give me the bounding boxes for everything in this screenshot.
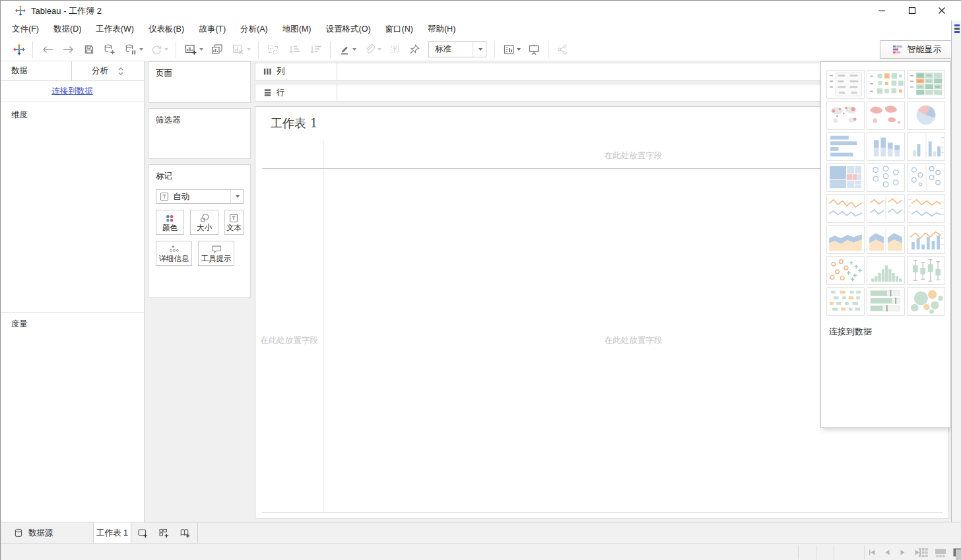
menu-story[interactable]: 故事(T) (191, 20, 233, 38)
clear-sheet-icon (231, 43, 246, 56)
showme-lines-continuous[interactable] (826, 194, 865, 223)
menu-help[interactable]: 帮助(H) (420, 20, 463, 38)
swap-rows-columns-button[interactable] (263, 40, 284, 59)
showme-bullet-graph[interactable] (867, 287, 905, 316)
menu-format[interactable]: 设置格式(O) (319, 20, 378, 38)
run-auto-updates-button[interactable] (147, 40, 172, 59)
showme-box-and-whisker[interactable] (907, 256, 945, 285)
tab-analytics[interactable]: 分析 (72, 61, 144, 80)
right-edge-collapsed-tab[interactable] (951, 20, 961, 543)
showme-dual-combination[interactable] (907, 225, 945, 254)
detail-label: 详细信息 (159, 255, 189, 263)
showme-packed-bubbles[interactable] (907, 287, 945, 316)
menu-data[interactable]: 数据(D) (46, 20, 88, 38)
format-painter-caret-icon[interactable] (378, 48, 381, 51)
new-worksheet-button[interactable] (180, 40, 207, 59)
rows-shelf-label: 行 (255, 84, 337, 101)
detail-button[interactable]: 详细信息 (156, 241, 192, 266)
new-worksheet-caret-icon[interactable] (199, 48, 203, 51)
tab-data[interactable]: 数据 (1, 61, 72, 80)
new-story-tab-button[interactable] (174, 522, 195, 544)
pages-card[interactable]: 页面 (149, 61, 251, 103)
showme-treemap[interactable] (826, 163, 865, 192)
showme-gantt[interactable] (826, 287, 865, 316)
showme-histogram[interactable] (867, 256, 905, 285)
showme-circle-views[interactable] (867, 163, 905, 192)
tooltip-icon (211, 243, 222, 255)
showme-lines-discrete[interactable] (867, 194, 905, 223)
showme-symbol-map[interactable] (826, 101, 865, 130)
showme-highlight-table[interactable] (907, 70, 945, 99)
save-button[interactable] (79, 40, 99, 59)
pause-auto-updates-caret-icon[interactable] (139, 48, 143, 51)
pause-auto-updates-button[interactable] (120, 40, 147, 59)
minimize-button[interactable] (871, 1, 893, 20)
showme-pie-chart[interactable] (907, 101, 945, 130)
showme-heat-map[interactable] (867, 70, 905, 99)
menu-dashboard[interactable]: 仪表板(B) (141, 20, 191, 38)
sort-ascending-button[interactable] (284, 40, 305, 59)
menu-worksheet[interactable]: 工作表(W) (88, 20, 141, 38)
filters-card[interactable]: 筛选器 (149, 108, 251, 159)
highlight-caret-icon[interactable] (352, 48, 356, 51)
run-auto-updates-caret-icon[interactable] (164, 48, 168, 51)
duplicate-sheet-button[interactable] (207, 40, 228, 59)
filmstrip-button[interactable] (935, 547, 946, 558)
next-mark-button[interactable] (899, 549, 906, 556)
menu-file[interactable]: 文件(F) (5, 20, 46, 38)
undo-button[interactable] (37, 40, 58, 59)
first-mark-button[interactable] (869, 549, 876, 556)
menu-window[interactable]: 窗口(N) (378, 20, 420, 38)
color-button[interactable]: 颜色 (156, 210, 184, 235)
fix-axes-button[interactable] (405, 40, 424, 59)
size-button[interactable]: 大小 (190, 210, 218, 235)
new-dashboard-tab-button[interactable] (153, 522, 174, 544)
format-painter-button[interactable] (360, 40, 385, 59)
fit-view-select[interactable]: 标准 (428, 41, 486, 57)
datasource-tab[interactable]: 数据源 (9, 522, 59, 544)
show-mark-labels-button[interactable] (385, 40, 405, 59)
sheet-title[interactable]: 工作表 1 (271, 115, 317, 131)
presentation-mode-button[interactable] (524, 40, 544, 59)
menu-map[interactable]: 地图(M) (275, 20, 319, 38)
maximize-button[interactable] (901, 1, 923, 20)
showme-area-continuous[interactable] (826, 225, 865, 254)
tableau-logo-button[interactable] (10, 40, 28, 59)
clear-sheet-button[interactable] (228, 40, 254, 59)
show-me-button[interactable]: 智能显示 (880, 40, 954, 59)
new-data-source-button[interactable] (99, 40, 120, 59)
show-hide-cards-caret-icon[interactable] (517, 48, 521, 51)
clear-sheet-caret-icon[interactable] (247, 48, 251, 51)
updown-arrows-icon (117, 67, 124, 76)
color-icon (164, 212, 175, 224)
new-worksheet-tab-button[interactable] (132, 522, 153, 544)
resize-grip[interactable] (956, 549, 961, 560)
previous-mark-button[interactable] (884, 549, 891, 556)
menu-analysis[interactable]: 分析(A) (233, 20, 275, 38)
showme-horizontal-bars[interactable] (826, 132, 865, 161)
showme-area-discrete[interactable] (867, 225, 905, 254)
redo-button[interactable] (58, 40, 79, 59)
showme-text-table[interactable] (826, 70, 865, 99)
showme-side-by-side-circles[interactable] (907, 163, 945, 192)
mark-type-select[interactable]: 自动 (156, 189, 244, 204)
close-button[interactable] (931, 1, 953, 20)
show-hide-cards-button[interactable] (499, 40, 524, 59)
showme-side-by-side-bars[interactable] (907, 132, 945, 161)
sheet-sorter-button[interactable] (918, 547, 929, 558)
text-button[interactable]: 文本 (224, 210, 244, 235)
showme-stacked-bars[interactable] (867, 132, 905, 161)
share-button[interactable] (552, 40, 572, 59)
mark-type-dropdown[interactable] (230, 190, 243, 203)
divider (834, 545, 834, 559)
drop-field-zone-left[interactable]: 在此处放置字段 (255, 335, 323, 346)
connect-to-data-link[interactable]: 连接到数据 (51, 86, 93, 97)
fit-view-dropdown[interactable] (473, 42, 486, 57)
sheet-tab-active[interactable]: 工作表 1 (93, 522, 131, 544)
sort-descending-button[interactable] (305, 40, 326, 59)
showme-scatter-plot[interactable] (826, 256, 865, 285)
showme-filled-map[interactable] (867, 101, 905, 130)
highlight-button[interactable] (335, 40, 360, 59)
showme-dual-lines[interactable] (907, 194, 945, 223)
tooltip-button[interactable]: 工具提示 (198, 241, 234, 266)
